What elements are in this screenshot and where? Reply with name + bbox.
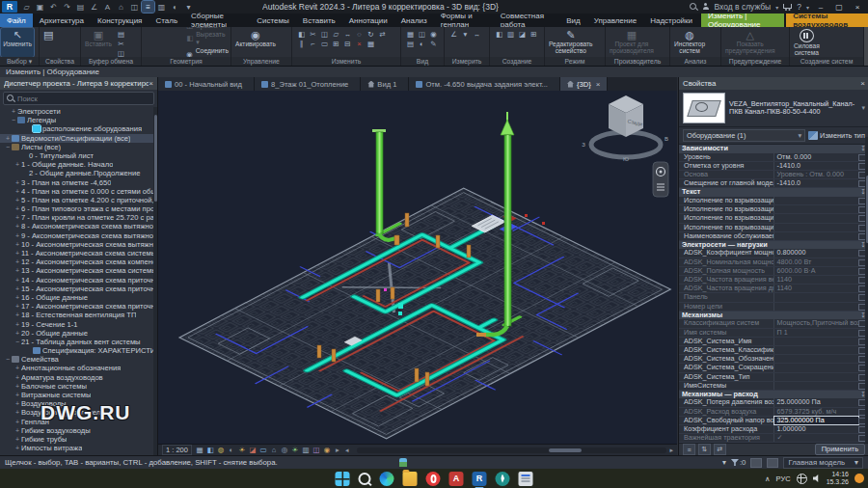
tree-expander-icon[interactable]: + — [14, 311, 21, 319]
tree-item[interactable]: + Аннотационные обозначения — [0, 364, 153, 372]
property-row[interactable]: ADSK_Система_Классификация — [679, 346, 868, 355]
tree-item[interactable]: + 18 - Естественная вентиляция ТП — [0, 311, 153, 319]
ribbon-panel-label[interactable]: Управление — [231, 57, 291, 66]
tree-expander-icon[interactable]: + — [14, 418, 21, 426]
ribbon-panel-label[interactable]: Изменить — [292, 57, 400, 66]
tree-item[interactable]: + 20 - Общие данные — [0, 329, 153, 338]
ribbon-tool-icon[interactable]: ⊞ — [331, 40, 341, 48]
tab-steel[interactable]: Сталь — [149, 14, 184, 27]
thin-lines-icon[interactable]: ≡ — [142, 1, 154, 13]
type-selector-chevron-icon[interactable]: ▾ — [861, 104, 865, 112]
tree-expander-icon[interactable]: + — [14, 444, 21, 452]
ribbon-tool-icon[interactable]: ◫ — [116, 49, 126, 57]
property-row[interactable]: Имя системы П 1 — [679, 329, 868, 338]
ribbon-tool-icon[interactable]: ↔ — [472, 30, 482, 39]
tab-duct-systems[interactable]: Системы воздуховодов — [786, 14, 868, 27]
language-indicator[interactable]: РУС — [776, 474, 791, 483]
ribbon-tool-icon[interactable]: ⊞ — [529, 30, 539, 39]
status-chevron-icon[interactable]: ▾ — [722, 458, 726, 467]
open-icon[interactable]: ▱ — [20, 1, 33, 13]
tree-item[interactable]: + 4 - План на отметке 0.000 с сетями общ… — [0, 187, 153, 196]
property-row[interactable]: ADSK_Номинальная мощность 4800.00 Вт — [679, 258, 868, 267]
tree-item[interactable]: + Импосты витража — [0, 444, 153, 452]
horizontal-scrollbar[interactable] — [357, 447, 666, 453]
tree-item[interactable]: + 10 - Аксонометрическая схема вытяжной … — [0, 240, 153, 249]
tree-item[interactable]: + 1 - Общие данные. Начало — [0, 160, 153, 169]
hscroll-left-icon[interactable]: ◂ — [345, 447, 349, 454]
ribbon-tool-icon[interactable]: ▦ — [405, 30, 416, 39]
tree-expander-icon[interactable]: + — [14, 160, 21, 169]
opera-browser-icon[interactable] — [426, 472, 441, 486]
ribbon-row-button[interactable]: ◫Врезка ▾ — [186, 27, 229, 30]
property-row[interactable]: Смещение от главной модели -1410.0 — [679, 179, 868, 188]
ribbon-tool-icon[interactable]: ▤ — [405, 40, 416, 48]
tree-expander-icon[interactable]: + — [14, 285, 21, 293]
sign-in-chevron-icon[interactable]: ▾ — [775, 4, 778, 11]
ribbon-tool-icon[interactable]: ↔ — [342, 30, 353, 39]
tree-expander-icon[interactable]: + — [14, 426, 21, 435]
property-row[interactable]: ADSK_Коэффициент мощности 0.800000 — [679, 249, 868, 258]
tree-expander-icon[interactable]: + — [14, 364, 21, 372]
property-row[interactable]: Классификация систем Мощность,Приточный … — [679, 319, 868, 328]
tree-item[interactable]: + 8 - Аксонометрическая схема вытяжной в… — [0, 222, 153, 230]
tree-item[interactable]: + Электросети — [0, 107, 153, 116]
compass-app-icon[interactable] — [496, 472, 510, 486]
tab-analyze[interactable]: Анализ — [394, 14, 434, 27]
tree-item[interactable]: 0 - Титульный лист — [0, 151, 153, 160]
notification-badge[interactable] — [854, 474, 864, 483]
edit-family-button[interactable]: ✎ Редактировать семейство — [547, 28, 595, 57]
tree-item[interactable]: + Ведомости/Спецификации (все) — [0, 134, 153, 143]
text-icon[interactable]: A — [101, 1, 114, 13]
edit-type-button[interactable]: Изменить тип — [808, 131, 865, 140]
tree-expander-icon[interactable]: − — [10, 116, 17, 124]
ribbon-tool-icon[interactable]: × — [354, 40, 365, 48]
viewcube[interactable]: Сзади Ю З В — [582, 95, 668, 162]
tab-annotate[interactable]: Аннотации — [342, 14, 394, 27]
ribbon-panel-label[interactable]: Создание систем — [790, 57, 863, 66]
ribbon-tool-icon[interactable]: ▾ — [460, 30, 471, 39]
ribbon-tool-icon[interactable]: ◫ — [417, 30, 427, 39]
tree-item[interactable]: + Гибкие воздуховоды — [0, 426, 153, 435]
tab-file[interactable]: Файл — [0, 14, 33, 27]
ribbon-tool-icon[interactable]: ◪ — [517, 30, 528, 39]
tree-expander-icon[interactable]: + — [14, 408, 21, 417]
property-section-header[interactable]: Механизмы — расход↧ — [679, 391, 868, 399]
ribbon-tool-icon[interactable]: ⇄ — [377, 30, 388, 39]
hscroll-right-icon[interactable]: ▸ — [669, 447, 673, 454]
render-icon[interactable]: ◐ — [169, 1, 181, 13]
tree-expander-icon[interactable]: + — [14, 213, 21, 222]
tree-item[interactable]: + 13 - Аксонометрическая схема системы д… — [0, 266, 153, 275]
ribbon-panel-label[interactable]: Геометрия — [142, 57, 231, 66]
ribbon-panel-label[interactable]: Измерить — [445, 57, 489, 66]
tree-item[interactable]: + 9 - Аксонометрическая схема вытяжной в… — [0, 231, 153, 240]
network-icon[interactable] — [797, 474, 807, 484]
volume-icon[interactable] — [813, 474, 821, 482]
element-filter-dropdown[interactable]: Оборудование (1)▾ — [683, 129, 805, 142]
tree-item[interactable]: + 14 - Аксонометрическая схема приточной… — [0, 276, 153, 285]
property-row[interactable]: Коэффициент расхода 1.000000 — [679, 425, 868, 434]
tree-expander-icon[interactable]: + — [14, 373, 21, 382]
tree-item[interactable]: + 3 - План на отметке -4,650 — [0, 178, 153, 187]
ribbon-tool-icon[interactable]: ∠ — [448, 30, 459, 39]
temporary-hide-isolate-icon[interactable]: ◎ — [280, 446, 289, 454]
tree-item[interactable]: + 16 - Общие данные — [0, 293, 153, 302]
windows-start-icon[interactable] — [336, 472, 350, 486]
print-icon[interactable]: ▤ — [74, 1, 87, 13]
ribbon-tool-icon[interactable]: ◫ — [319, 30, 330, 39]
tree-expander-icon[interactable]: − — [4, 355, 12, 364]
tab-precast[interactable]: Сборные элементы — [184, 14, 250, 27]
tree-item[interactable]: + 7 - План кровли на отметке 25.720 с ра… — [0, 213, 153, 222]
property-row[interactable]: ADSK_Частота вращения двигат... 1140 — [679, 285, 868, 293]
ribbon-row-button[interactable]: ◧Вырезать ▾ — [186, 31, 229, 46]
help-chevron-icon[interactable]: ▾ — [806, 4, 809, 11]
app-a-icon[interactable]: A — [449, 472, 464, 486]
property-row[interactable]: Исполнение по взрывозащите ( — [679, 205, 868, 214]
ribbon-tool-icon[interactable]: ✂ — [116, 40, 126, 48]
property-section-header[interactable]: Электросети — нагрузки↧ — [679, 241, 868, 250]
undo-icon[interactable]: ↶ — [47, 1, 60, 13]
property-row[interactable]: ADSK_Расход воздуха 6579.3725 куб. м/ч — [679, 408, 868, 417]
tab-manage[interactable]: Управление — [587, 14, 643, 27]
properties-close-icon[interactable]: × — [860, 77, 865, 90]
redo-icon[interactable]: ↷ — [61, 1, 73, 13]
edge-browser-icon[interactable] — [380, 472, 394, 486]
